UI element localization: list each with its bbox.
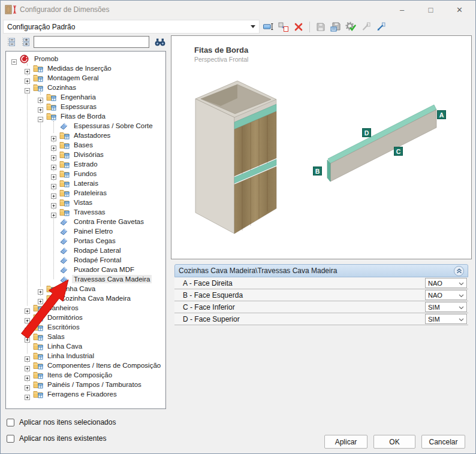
apply-configuration-gear-icon[interactable] — [345, 22, 356, 32]
tree-item[interactable]: Estrado — [6, 159, 165, 169]
collapse-expander-icon[interactable] — [38, 114, 43, 119]
tree-item[interactable]: Medidas de Inserção — [6, 63, 165, 73]
tree-search-input[interactable] — [34, 36, 149, 48]
expand-expander-icon[interactable] — [51, 152, 56, 158]
expand-expander-icon[interactable] — [51, 162, 56, 167]
maximize-button[interactable]: □ — [417, 1, 444, 19]
tree-item[interactable]: Itens de Composição — [6, 370, 165, 380]
expand-expander-icon[interactable] — [51, 210, 56, 215]
property-value-dropdown[interactable]: SIM — [425, 314, 467, 324]
property-value-dropdown[interactable]: NAO — [425, 278, 467, 288]
property-value-dropdown[interactable]: SIM — [425, 302, 467, 312]
configuration-combobox[interactable]: Configuração Padrão — [3, 20, 260, 34]
tree-item[interactable]: Linha Cava — [6, 284, 165, 293]
tree-item[interactable]: Linha Industrial — [6, 351, 165, 361]
expand-expander-icon[interactable] — [38, 95, 43, 100]
tree-item[interactable]: Espessuras / Sobre Corte — [6, 121, 165, 131]
apply-selected-items-checkbox[interactable] — [7, 419, 14, 426]
tree-item[interactable]: Cozinhas — [6, 83, 165, 92]
tree-item[interactable]: Contra Frente Gavetas — [6, 217, 165, 226]
expand-expander-icon[interactable] — [51, 200, 56, 205]
collapse-expander-icon[interactable] — [25, 85, 30, 90]
apply-existing-items-row[interactable]: Aplicar nos itens existentes — [7, 434, 106, 443]
preview-panel: Fitas de Borda Perspectiva Frontal — [171, 35, 472, 259]
tree-item[interactable]: Montagem Geral — [6, 73, 165, 83]
expand-expander-icon[interactable] — [25, 66, 30, 71]
expand-expander-icon[interactable] — [25, 363, 30, 368]
expand-expander-icon[interactable] — [38, 286, 43, 292]
tree-item[interactable]: Rodapé Frontal — [6, 255, 165, 265]
expand-expander-icon[interactable] — [25, 75, 30, 81]
configuration-tree[interactable]: PromobMedidas de InserçãoMontagem GeralC… — [5, 51, 166, 409]
expand-expander-icon[interactable] — [38, 104, 43, 110]
collapse-properties-button[interactable] — [454, 266, 464, 276]
expand-expander-icon[interactable] — [25, 392, 30, 397]
delete-configuration-icon[interactable] — [293, 22, 304, 32]
tree-item[interactable]: Prateleiras — [6, 188, 165, 198]
tree-item[interactable]: Afastadores — [6, 131, 165, 140]
tree-toolbar — [5, 35, 166, 50]
collapse-expander-icon[interactable] — [11, 56, 17, 62]
aplicar-button[interactable]: Aplicar — [324, 435, 367, 449]
close-button[interactable]: ✕ — [446, 1, 473, 19]
tree-item[interactable]: Cozinha Cava Madeira — [6, 293, 165, 303]
tree-item[interactable]: Puxador Cava MDF — [6, 265, 165, 274]
tree-item[interactable]: Painéis / Tampos / Tamburatos — [6, 380, 165, 389]
duplicate-configuration-icon[interactable] — [278, 22, 289, 32]
chevron-down-icon — [459, 292, 464, 299]
expand-expander-icon[interactable] — [25, 315, 30, 320]
expand-expander-icon[interactable] — [25, 325, 30, 330]
export-configuration-icon[interactable] — [375, 22, 386, 32]
expand-expander-icon[interactable] — [51, 171, 56, 177]
minimize-button[interactable]: – — [388, 1, 415, 19]
tree-item[interactable]: Bases — [6, 140, 165, 150]
tree-item[interactable]: Dormitórios — [6, 313, 165, 322]
find-binoculars-icon[interactable] — [154, 38, 166, 49]
tree-item[interactable]: Vistas — [6, 198, 165, 207]
property-value-dropdown[interactable]: NAO — [425, 290, 467, 300]
tree-item[interactable]: Portas Cegas — [6, 236, 165, 246]
ok-button[interactable]: OK — [373, 435, 415, 449]
tree-item[interactable]: Salas — [6, 332, 165, 341]
import-configuration-icon[interactable] — [360, 22, 371, 32]
tree-item[interactable]: Engenharia — [6, 92, 165, 102]
tree-item[interactable]: Fundos — [6, 169, 165, 178]
tree-item[interactable]: Ferragens e Fixadores — [6, 389, 165, 399]
expand-expander-icon[interactable] — [25, 382, 30, 388]
tree-item[interactable]: Painel Eletro — [6, 226, 165, 236]
rename-configuration-icon[interactable] — [263, 22, 274, 32]
tree-item[interactable]: Travessas Cava Madeira — [6, 274, 165, 284]
tree-item[interactable]: Linha Cava — [6, 341, 165, 351]
tree-item[interactable]: Laterais — [6, 178, 165, 188]
tree-item[interactable]: Espessuras — [6, 102, 165, 111]
expand-expander-icon[interactable] — [25, 334, 30, 340]
expand-expander-icon[interactable] — [51, 190, 56, 196]
apply-selected-items-row[interactable]: Aplicar nos itens selecionados — [7, 418, 116, 426]
tree-item[interactable]: Escritórios — [6, 322, 165, 332]
tree-item[interactable]: Promob — [6, 54, 165, 63]
save-icon[interactable] — [315, 22, 326, 32]
expand-all-icon[interactable] — [21, 37, 31, 47]
tree-item-label: Rodapé Lateral — [72, 246, 123, 255]
cancelar-button[interactable]: Cancelar — [421, 435, 465, 449]
expand-expander-icon[interactable] — [51, 143, 56, 148]
tree-item[interactable]: Travessas — [6, 207, 165, 217]
tree-item[interactable]: Componentes / Itens de Composição — [6, 361, 165, 370]
tree-item[interactable]: Fitas de Borda — [6, 111, 165, 121]
save-to-file-icon[interactable] — [330, 22, 341, 32]
tree-item[interactable]: Divisórias — [6, 150, 165, 159]
tree-item[interactable]: Banheiros — [6, 303, 165, 313]
expand-expander-icon[interactable] — [38, 296, 43, 301]
tree-item-label: Painéis / Tampos / Tamburatos — [46, 380, 143, 389]
tree-item-label: Divisórias — [72, 150, 106, 159]
expand-expander-icon[interactable] — [25, 305, 30, 311]
tree-item[interactable]: Rodapé Lateral — [6, 246, 165, 255]
expand-expander-icon[interactable] — [25, 373, 30, 378]
apply-existing-items-checkbox[interactable] — [7, 435, 14, 443]
folder-icon — [33, 83, 43, 92]
expand-expander-icon[interactable] — [51, 181, 56, 186]
preview-scene-3d — [171, 36, 471, 259]
collapse-all-icon[interactable] — [7, 37, 17, 47]
expand-expander-icon[interactable] — [51, 133, 56, 138]
expand-expander-icon[interactable] — [25, 353, 30, 359]
